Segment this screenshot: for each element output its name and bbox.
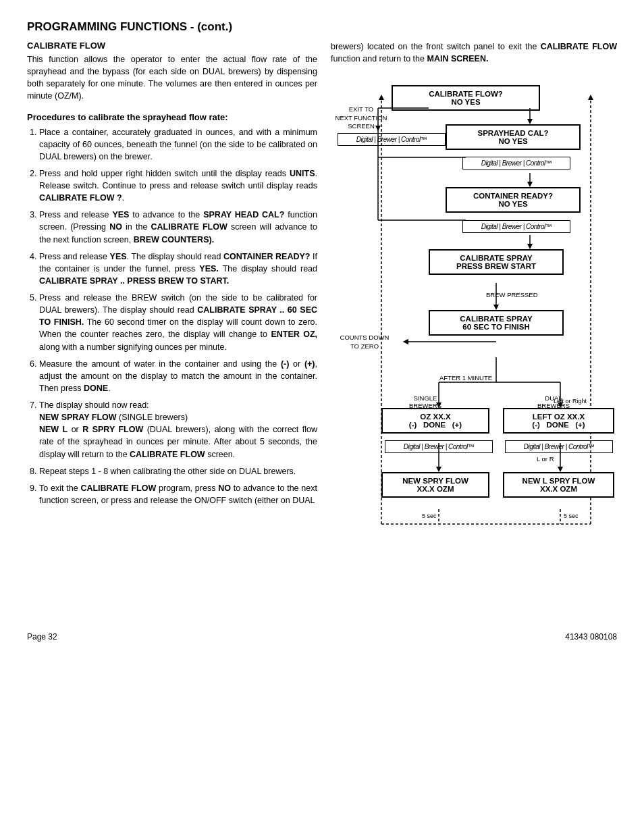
five-sec-right: 5 sec bbox=[564, 513, 579, 519]
step-3: Press and release YES to advance to the … bbox=[39, 209, 317, 245]
fc-dual-spry-flow-box: NEW L SPRY FLOW XX.X OZM bbox=[503, 472, 614, 498]
step-4: Press and release YES. The display shoul… bbox=[39, 251, 317, 287]
fc-dual-oz-line2: (-) DONE (+) bbox=[511, 421, 606, 429]
svg-marker-6 bbox=[527, 182, 533, 187]
fc-single-spry-flow-box: NEW SPRY FLOW XX.X OZM bbox=[381, 472, 489, 498]
fc-container-line1: CONTAINER READY? bbox=[454, 192, 572, 200]
fc-dual-oz-box: LEFT OZ XX.X (-) DONE (+) bbox=[503, 408, 614, 434]
fc-60sec-line1: CALIBRATE SPRAY bbox=[437, 315, 556, 323]
flowchart: CALIBRATE FLOW? NO YES EXIT TONEXT FUNCT… bbox=[331, 85, 614, 612]
svg-marker-32 bbox=[403, 339, 408, 344]
fc-container-line2: NO YES bbox=[454, 200, 572, 208]
fc-calibrate-flow-line1: CALIBRATE FLOW? bbox=[400, 90, 532, 98]
left-or-right-label: Left or Right bbox=[554, 398, 587, 405]
five-sec-left: 5 sec bbox=[422, 513, 437, 519]
fc-brewer-logo-exit: Digital | Brewer | Control™ bbox=[338, 131, 419, 148]
right-col-text: brewers) located on the front switch pan… bbox=[331, 41, 617, 65]
svg-marker-4 bbox=[527, 119, 533, 124]
procedures-subheading: Procedures to calibrate the sprayhead fl… bbox=[27, 112, 317, 122]
step-6: Measure the amount of water in the conta… bbox=[39, 358, 317, 394]
step-7: The display should now read:NEW SPRAY FL… bbox=[39, 399, 317, 461]
fc-single-oz-box: OZ XX.X (-) DONE (+) bbox=[381, 408, 489, 434]
footer-page: Page 32 bbox=[27, 632, 57, 642]
fc-single-flow-line1: NEW SPRY FLOW bbox=[390, 477, 481, 485]
fc-single-oz-line1: OZ XX.X bbox=[390, 413, 481, 421]
step-8: Repeat steps 1 - 8 when calibrating the … bbox=[39, 465, 317, 477]
footer-code: 41343 080108 bbox=[565, 632, 617, 642]
fc-60sec-line2: 60 SEC TO FINISH bbox=[437, 323, 556, 331]
page-footer: Page 32 41343 080108 bbox=[27, 632, 617, 642]
l-or-r-label: L or R bbox=[537, 455, 554, 463]
step-1: Place a container, accurately graduated … bbox=[39, 126, 317, 163]
svg-marker-28 bbox=[379, 95, 384, 100]
svg-marker-30 bbox=[588, 95, 593, 100]
fc-brewer-logo-dual: Digital | Brewer | Control™ bbox=[505, 438, 610, 455]
after-1-minute-label: AFTER 1 MINUTE bbox=[435, 374, 496, 382]
step-5: Press and release the BREW switch (on th… bbox=[39, 292, 317, 353]
fc-cal-spray-line2: PRESS BREW START bbox=[437, 262, 556, 270]
fc-cal-spray-line1: CALIBRATE SPRAY bbox=[437, 254, 556, 262]
fc-brewer-logo-3: Digital | Brewer | Control™ bbox=[462, 218, 564, 235]
page-title: PROGRAMMING FUNCTIONS - (cont.) bbox=[27, 20, 617, 34]
fc-brewer-logo-2: Digital | Brewer | Control™ bbox=[462, 155, 564, 172]
fc-box-calibrate-flow: CALIBRATE FLOW? NO YES bbox=[392, 85, 540, 111]
fc-box-calibrate-spray-60: CALIBRATE SPRAY 60 SEC TO FINISH bbox=[429, 310, 564, 336]
fc-dual-flow-line1: NEW L SPRY FLOW bbox=[511, 477, 606, 485]
exit-label: EXIT TONEXT FUNCTIONSCREEN bbox=[331, 105, 392, 130]
calibrate-flow-body: This function allows the operator to ent… bbox=[27, 53, 317, 103]
fc-calibrate-flow-line2: NO YES bbox=[400, 98, 532, 106]
fc-sprayhead-line1: SPRAYHEAD CAL? bbox=[454, 129, 572, 137]
fc-brewer-logo-single: Digital | Brewer | Control™ bbox=[385, 438, 483, 455]
svg-marker-13 bbox=[403, 339, 408, 344]
brew-pressed-label: BREW PRESSED bbox=[486, 291, 538, 298]
calibrate-flow-title: CALIBRATE FLOW bbox=[27, 41, 317, 51]
svg-marker-8 bbox=[527, 244, 533, 249]
step-9: To exit the CALIBRATE FLOW program, pres… bbox=[39, 482, 317, 506]
fc-sprayhead-line2: NO YES bbox=[454, 137, 572, 145]
svg-marker-10 bbox=[493, 305, 499, 310]
step-2: Press and hold upper right hidden switch… bbox=[39, 167, 317, 204]
fc-single-oz-line2: (-) DONE (+) bbox=[390, 421, 481, 429]
fc-single-flow-line2: XX.X OZM bbox=[390, 485, 481, 493]
fc-box-calibrate-spray-start: CALIBRATE SPRAY PRESS BREW START bbox=[429, 249, 564, 275]
single-brewers-label: SINGLEBREWERS bbox=[398, 394, 452, 409]
svg-marker-21 bbox=[436, 467, 441, 472]
fc-dual-flow-line2: XX.X OZM bbox=[511, 485, 606, 493]
fc-dual-oz-line1: LEFT OZ XX.X bbox=[511, 413, 606, 421]
fc-box-container-ready: CONTAINER READY? NO YES bbox=[446, 187, 581, 213]
svg-marker-23 bbox=[558, 467, 563, 472]
fc-box-sprayhead-cal: SPRAYHEAD CAL? NO YES bbox=[446, 124, 581, 150]
counts-down-label: COUNTS DOWNTO ZERO bbox=[334, 334, 395, 350]
steps-list: Place a container, accurately graduated … bbox=[39, 126, 317, 507]
